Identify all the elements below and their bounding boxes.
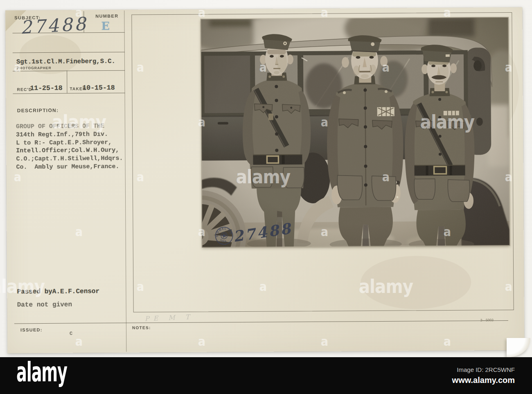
description-line: 314th Regt.Inf.,79th Div.	[16, 131, 123, 139]
alamy-url: www.alamy.com	[452, 376, 515, 385]
image-id: Image ID: 2RC5WNF	[452, 366, 515, 373]
taken-value: 10-15-18	[82, 84, 115, 92]
description-line: Co. Ambly sur Meuse,France.	[16, 163, 123, 171]
caption-card-scan: SUBJECT: 27488 NUMBER E Sgt.1st.Cl.M.Fin…	[0, 0, 532, 394]
subject-handwritten-number: 27488	[20, 13, 88, 38]
censor-line-1: Passed byA.E.F.Censor	[17, 288, 99, 295]
description-line: C.O.;Capt.T.H.Stilwell,Hdqrs.	[16, 155, 123, 163]
photo-tone	[201, 17, 509, 248]
photograph: SIGNAL CORPS U.S.A. 27488	[201, 17, 509, 248]
censor-line-2: Date not given	[17, 301, 72, 309]
description-label: DESCRIPTION:	[17, 108, 59, 114]
description-text: GROUP OF OFFICERS OF THE 314th Regt.Inf.…	[16, 122, 123, 171]
description-line: GROUP OF OFFICERS OF THE	[16, 122, 123, 131]
number-blue-stamp: E	[101, 20, 110, 32]
image-id-label: Image ID:	[457, 366, 483, 373]
issued-value: C	[70, 331, 72, 337]
footer-right: Image ID: 2RC5WNF www.alamy.com	[452, 366, 515, 385]
stage: SUBJECT: 27488 NUMBER E Sgt.1st.Cl.M.Fin…	[0, 0, 532, 394]
recd-value: 11-25-18	[30, 84, 62, 92]
issued-label: ISSUED:	[20, 327, 43, 332]
number-label: NUMBER	[95, 14, 118, 18]
description-line: Intell.Officer;Col.W.H.Oury,	[16, 146, 123, 155]
form-number: 3—5003	[480, 318, 494, 322]
description-line: L to R:- Capt.E.P.Shroyer,	[16, 138, 123, 147]
notes-label: NOTES:	[132, 325, 151, 330]
photographer-value: Sgt.1st.Cl.M.Fineberg,S.C.	[16, 58, 115, 65]
footer-bar: alamy Image ID: 2RC5WNF www.alamy.com	[0, 357, 532, 394]
photographer-label: PHOTOGRAPHER	[17, 66, 52, 70]
image-id-value: 2RC5WNF	[485, 366, 515, 373]
alamy-logo: alamy	[16, 359, 67, 386]
